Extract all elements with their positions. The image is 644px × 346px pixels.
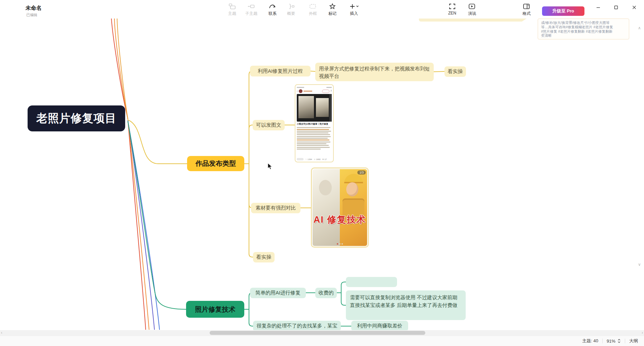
follow-button bbox=[322, 90, 329, 93]
branch-repair-tech-node[interactable]: 照片修复技术 bbox=[186, 301, 244, 318]
topic-record-screen-node[interactable]: 用录屏方式把修复过程录制下来，把视频发布到短视频平台 bbox=[315, 63, 434, 81]
toolbar-boundary-button[interactable]: 外框 bbox=[303, 2, 323, 17]
branch-publish-type-node[interactable]: 作品发布类型 bbox=[187, 156, 244, 171]
status-bar: 主题: 40 91% 大纲 bbox=[0, 336, 644, 346]
editor-toolbar-strip bbox=[329, 94, 332, 122]
scroll-left-arrow[interactable]: ‹ bbox=[1, 331, 2, 335]
horizontal-scrollbar-thumb[interactable] bbox=[210, 331, 425, 335]
toolbar-format-button[interactable]: 格式 bbox=[517, 2, 536, 17]
comment-count: ✉ 17 bbox=[322, 158, 327, 160]
attached-post-screenshot-image[interactable]: ‹ ⤴ 小熊自学ps第2X篇章丨照片修复 ♡ 1394 ☆ 1682 ✉ 17 bbox=[295, 84, 334, 162]
scroll-right-arrow[interactable]: › bbox=[642, 331, 643, 335]
topic-watch-demo-top-node[interactable]: 看实操 bbox=[444, 66, 466, 77]
topic-middleman-node[interactable]: 利用中间商赚取差价 bbox=[351, 321, 408, 331]
face-shape bbox=[346, 182, 358, 196]
star-count: ☆ 1682 bbox=[314, 158, 320, 160]
document-save-status: 已编辑 bbox=[26, 12, 37, 18]
upgrade-pro-button[interactable]: 升级至 Pro bbox=[542, 6, 584, 16]
toolbar-insert-button[interactable]: 插入 bbox=[344, 2, 364, 17]
image-caption-text: AI 修复技术 bbox=[313, 214, 367, 226]
note-topic[interactable]: 成/修补/放大/换背景/修改尺寸/小图变大图等 等…具体可咨询#修复模糊老照片 … bbox=[538, 19, 629, 39]
attached-ai-restore-image[interactable]: AI 修复技术 1/3 bbox=[311, 167, 369, 248]
photo-after-half bbox=[340, 169, 367, 246]
zoom-stepper-icon[interactable] bbox=[617, 338, 621, 344]
toolbar-summary-button[interactable]: 概要 bbox=[281, 2, 301, 17]
format-panel-icon bbox=[522, 2, 532, 10]
topic-paid-node[interactable]: 收费的 bbox=[315, 288, 337, 298]
before-after-photos bbox=[297, 94, 332, 122]
note-line: 等…具体可咨询#修复模糊老照片 #老照片修复 bbox=[541, 25, 626, 29]
mindmap-app-window: 未命名 已编辑 主题 子主题 联系 bbox=[0, 0, 644, 346]
central-topic-node[interactable]: 老照片修复项目 bbox=[28, 105, 125, 131]
mouse-cursor bbox=[267, 163, 274, 172]
empty-topic-node[interactable] bbox=[346, 277, 397, 287]
topic-contrast-node[interactable]: 素材要有强烈对比 bbox=[251, 203, 300, 213]
toolbar-present-button[interactable]: 演说 bbox=[462, 2, 482, 17]
toolbar-topic-button[interactable]: 主题 bbox=[222, 2, 242, 17]
toolbar-zen-button[interactable]: ZEN bbox=[442, 2, 462, 15]
like-count: ♡ 1394 bbox=[305, 158, 312, 160]
portrait-before bbox=[298, 96, 314, 118]
note-line: #照片修复 #老照片修复翻新 #老照片修复翻新 bbox=[541, 29, 626, 34]
share-icon: ⤴ bbox=[330, 90, 332, 93]
topic-complex-outsource-node[interactable]: 很复杂的处理不了的去找某多，某宝 bbox=[253, 321, 341, 331]
post-engagement-bar: ♡ 1394 ☆ 1682 ✉ 17 bbox=[297, 157, 332, 161]
note-line: 成/修补/放大/换背景/修改尺寸/小图变大图等 bbox=[541, 21, 626, 25]
username-bar bbox=[303, 91, 312, 92]
back-icon: ‹ bbox=[297, 90, 298, 93]
play-presentation-icon bbox=[467, 2, 477, 10]
close-button[interactable] bbox=[629, 3, 639, 11]
topic-count: 主题: 40 bbox=[582, 338, 598, 344]
toolbar-relationship-button[interactable]: 联系 bbox=[263, 2, 282, 17]
subtopic-icon bbox=[246, 2, 256, 10]
topic-watch-demo-bottom-node[interactable]: 看实操 bbox=[253, 252, 275, 262]
boundary-frame-icon bbox=[308, 2, 318, 10]
post-header: ‹ ⤴ bbox=[297, 89, 332, 94]
title-bar: 未命名 已编辑 主题 子主题 联系 bbox=[0, 0, 644, 19]
zen-mode-icon bbox=[447, 2, 457, 10]
clipped-topic-strip[interactable] bbox=[419, 19, 527, 22]
toolbar-subtopic-button[interactable]: 子主题 bbox=[242, 2, 261, 17]
photo-before-half bbox=[313, 169, 340, 246]
minimize-button[interactable] bbox=[593, 3, 603, 11]
zoom-level[interactable]: 91% bbox=[607, 339, 615, 344]
insert-plus-icon bbox=[349, 2, 359, 10]
carousel-badge: 1/3 bbox=[357, 170, 366, 175]
topic-simple-ai-node[interactable]: 简单的用AI进行修复 bbox=[250, 288, 306, 298]
post-body-text bbox=[297, 126, 332, 157]
document-title: 未命名 bbox=[26, 5, 42, 12]
star-marker-icon bbox=[327, 2, 337, 10]
scroll-up-arrow[interactable]: ∧ bbox=[638, 26, 641, 30]
topic-advice-node[interactable]: 需要可以直接复制浏览器使用 不过建议大家前期直接找某宝或者某多 后期单量上来了再… bbox=[346, 290, 466, 320]
carousel-dots bbox=[313, 243, 367, 245]
note-line: 变清晰 bbox=[541, 33, 626, 38]
scroll-down-arrow[interactable]: ∨ bbox=[638, 262, 641, 267]
avatar bbox=[299, 89, 302, 93]
toolbar-marker-button[interactable]: 标记 bbox=[323, 2, 342, 17]
topic-ai-process-node[interactable]: 利用AI修复照片过程 bbox=[250, 66, 311, 76]
comment-input-pill bbox=[297, 158, 303, 160]
divider bbox=[625, 339, 625, 343]
phone-status-bar bbox=[297, 86, 332, 89]
summary-brace-icon bbox=[286, 2, 296, 10]
topic-post-graphic-node[interactable]: 可以发图文 bbox=[253, 120, 285, 130]
outline-toggle[interactable]: 大纲 bbox=[629, 338, 638, 344]
faded-face-shape bbox=[319, 180, 332, 195]
hat-shape bbox=[344, 174, 363, 183]
portrait-after bbox=[316, 98, 329, 117]
topic-icon bbox=[227, 2, 237, 10]
maximize-button[interactable] bbox=[611, 3, 621, 11]
divider bbox=[602, 339, 603, 343]
relationship-arrow-icon bbox=[267, 2, 278, 10]
horizontal-scrollbar[interactable]: ‹ › bbox=[0, 330, 644, 336]
post-title: 小熊自学ps第2X篇章丨照片修复 bbox=[297, 123, 332, 126]
